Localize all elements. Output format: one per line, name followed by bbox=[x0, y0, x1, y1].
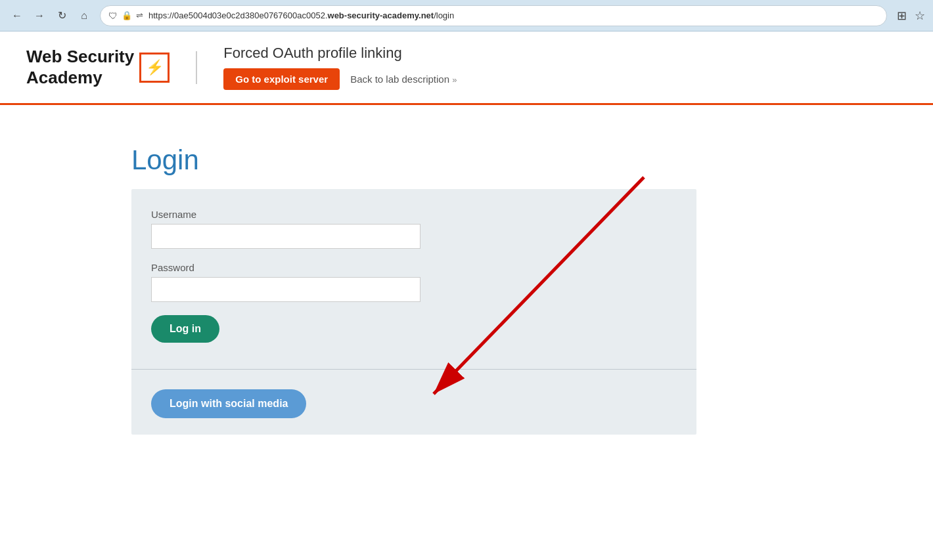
logo-line2: Academy bbox=[26, 68, 102, 87]
url-display: https://0ae5004d03e0c2d380e0767600ac0052… bbox=[148, 11, 878, 20]
exploit-server-button[interactable]: Go to exploit server bbox=[223, 68, 340, 90]
login-title: Login bbox=[131, 144, 933, 176]
back-to-lab-text: Back to lab description bbox=[350, 74, 449, 85]
password-input[interactable] bbox=[151, 277, 421, 302]
header-nav: Forced OAuth profile linking Go to explo… bbox=[223, 45, 457, 90]
username-input[interactable] bbox=[151, 224, 421, 249]
login-box: Username Password Log in Login with soci… bbox=[131, 189, 696, 435]
logo-area: Web Security Academy ⚡ bbox=[26, 47, 170, 87]
chevrons-icon: » bbox=[452, 75, 457, 85]
star-icon[interactable]: ☆ bbox=[915, 9, 925, 23]
back-to-lab-link[interactable]: Back to lab description » bbox=[350, 74, 457, 85]
username-group: Username bbox=[151, 209, 677, 249]
main-content: Login Username Password Log in Login wit… bbox=[0, 105, 933, 474]
address-bar[interactable]: 🛡 🔒 ⇌ https://0ae5004d03e0c2d380e0767600… bbox=[100, 5, 887, 26]
back-button[interactable]: ← bbox=[8, 7, 26, 25]
forward-button[interactable]: → bbox=[30, 7, 49, 25]
home-button[interactable]: ⌂ bbox=[75, 7, 93, 25]
form-divider bbox=[131, 369, 696, 370]
tracker-icon: ⇌ bbox=[136, 11, 143, 20]
lock-icon: 🔒 bbox=[122, 11, 132, 20]
logo-icon: ⚡ bbox=[139, 53, 170, 83]
logo-line1: Web Security bbox=[26, 47, 134, 66]
reload-button[interactable]: ↻ bbox=[53, 7, 71, 25]
password-group: Password bbox=[151, 262, 677, 302]
header-buttons: Go to exploit server Back to lab descrip… bbox=[223, 68, 457, 90]
logo-text: Web Security Academy bbox=[26, 47, 134, 87]
url-prefix: https://0ae5004d03e0c2d380e0767600ac0052… bbox=[148, 11, 328, 20]
url-suffix: /login bbox=[434, 11, 454, 20]
social-login-button[interactable]: Login with social media bbox=[151, 389, 306, 418]
lab-title: Forced OAuth profile linking bbox=[223, 45, 457, 62]
header-divider bbox=[196, 51, 197, 84]
username-label: Username bbox=[151, 209, 677, 220]
browser-actions: ⊞ ☆ bbox=[894, 8, 925, 24]
shield-icon: 🛡 bbox=[108, 11, 118, 21]
social-login-section: Login with social media bbox=[151, 376, 677, 435]
login-button-group: Log in bbox=[151, 315, 677, 356]
qr-icon[interactable]: ⊞ bbox=[894, 8, 909, 24]
page-header: Web Security Academy ⚡ Forced OAuth prof… bbox=[0, 32, 933, 105]
url-domain: web-security-academy.net bbox=[328, 11, 434, 20]
address-bar-icons: 🛡 🔒 ⇌ bbox=[108, 11, 143, 21]
password-label: Password bbox=[151, 262, 677, 273]
browser-chrome: ← → ↻ ⌂ 🛡 🔒 ⇌ https://0ae5004d03e0c2d380… bbox=[0, 0, 933, 32]
login-button[interactable]: Log in bbox=[151, 315, 219, 343]
nav-buttons: ← → ↻ ⌂ bbox=[8, 7, 93, 25]
